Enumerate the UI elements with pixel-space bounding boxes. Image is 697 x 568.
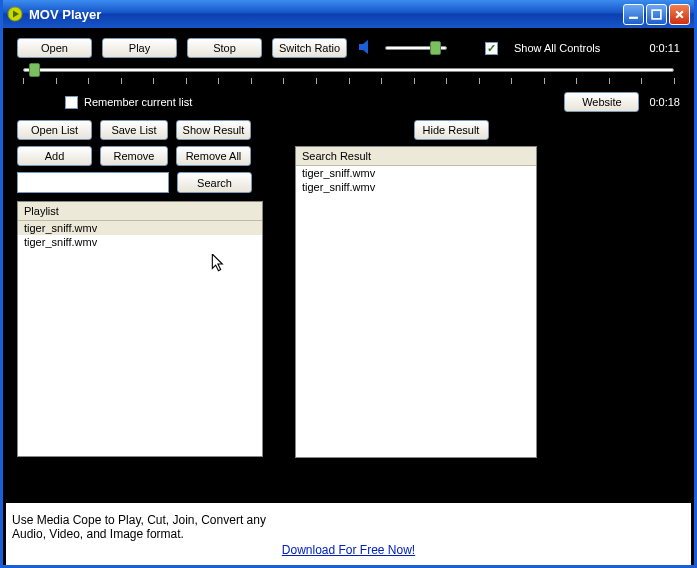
time-elapsed: 0:0:11	[649, 42, 680, 54]
footer: Use Media Cope to Play, Cut, Join, Conve…	[6, 503, 691, 565]
footer-text-1: Use Media Cope to Play, Cut, Join, Conve…	[12, 513, 685, 527]
website-button[interactable]: Website	[564, 92, 639, 112]
open-button[interactable]: Open	[17, 38, 92, 58]
svg-rect-2	[629, 16, 638, 18]
left-panel: Open List Save List Show Result Add Remo…	[17, 120, 263, 458]
app-title: MOV Player	[29, 7, 101, 22]
list-item[interactable]: tiger_sniff.wmv	[18, 235, 262, 249]
switch-ratio-button[interactable]: Switch Ratio	[272, 38, 347, 58]
right-panel: Hide Result Search Result tiger_sniff.wm…	[295, 120, 537, 458]
volume-slider[interactable]	[385, 41, 447, 55]
playlist-header: Playlist	[18, 202, 262, 221]
show-all-controls-label: Show All Controls	[514, 42, 600, 54]
hide-result-button[interactable]: Hide Result	[414, 120, 489, 140]
save-list-button[interactable]: Save List	[100, 120, 168, 140]
download-link[interactable]: Download For Free Now!	[282, 543, 415, 557]
search-input[interactable]	[17, 172, 169, 193]
app-window: MOV Player Open Play Stop Switch Ratio S…	[0, 0, 697, 568]
remember-list-checkbox[interactable]	[65, 96, 78, 109]
open-list-button[interactable]: Open List	[17, 120, 92, 140]
app-icon	[7, 6, 23, 22]
seek-thumb[interactable]	[29, 63, 40, 77]
remember-row: Remember current list Website 0:0:18	[17, 92, 680, 112]
minimize-button[interactable]	[623, 4, 644, 25]
search-button[interactable]: Search	[177, 172, 252, 193]
close-button[interactable]	[669, 4, 690, 25]
seek-ticks	[23, 78, 674, 88]
seek-slider[interactable]	[23, 68, 674, 72]
list-item[interactable]: tiger_sniff.wmv	[296, 166, 536, 180]
search-result-header: Search Result	[296, 147, 536, 166]
show-all-controls-checkbox[interactable]	[485, 42, 498, 55]
speaker-icon	[357, 38, 375, 58]
add-button[interactable]: Add	[17, 146, 92, 166]
list-item[interactable]: tiger_sniff.wmv	[296, 180, 536, 194]
content-area: Open Play Stop Switch Ratio Show All Con…	[3, 28, 694, 503]
maximize-button[interactable]	[646, 4, 667, 25]
playback-controls: Open Play Stop Switch Ratio Show All Con…	[17, 38, 680, 58]
remove-button[interactable]: Remove	[100, 146, 168, 166]
remember-list-label: Remember current list	[84, 96, 192, 108]
search-result-listbox[interactable]: Search Result tiger_sniff.wmvtiger_sniff…	[295, 146, 537, 458]
volume-thumb[interactable]	[430, 41, 441, 55]
footer-text-2: Audio, Video, and Image format.	[12, 527, 685, 541]
time-total: 0:0:18	[649, 96, 680, 108]
remove-all-button[interactable]: Remove All	[176, 146, 251, 166]
list-item[interactable]: tiger_sniff.wmv	[18, 221, 262, 235]
play-button[interactable]: Play	[102, 38, 177, 58]
playlist-listbox[interactable]: Playlist tiger_sniff.wmvtiger_sniff.wmv	[17, 201, 263, 457]
svg-marker-4	[359, 40, 368, 54]
panels: Open List Save List Show Result Add Remo…	[17, 120, 680, 458]
svg-rect-3	[652, 10, 661, 19]
show-result-button[interactable]: Show Result	[176, 120, 251, 140]
titlebar: MOV Player	[3, 0, 694, 28]
window-buttons	[623, 4, 690, 25]
stop-button[interactable]: Stop	[187, 38, 262, 58]
